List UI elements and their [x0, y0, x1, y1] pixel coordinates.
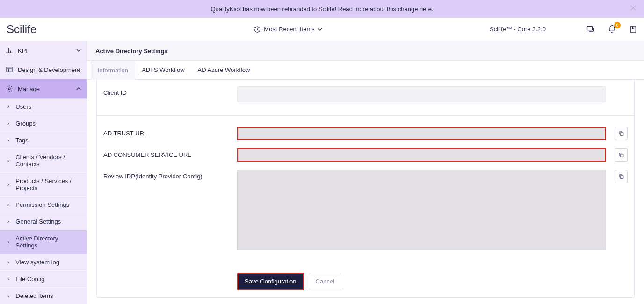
chevron-down-icon [318, 27, 322, 32]
sidebar-sub-clients[interactable]: ›Clients / Vendors / Contacts [0, 149, 87, 173]
chevron-right-icon: › [7, 293, 9, 298]
sidebar: KPI Design & Development Manage ›Users [0, 41, 87, 304]
svg-rect-2 [7, 67, 12, 72]
ad-trust-url-input[interactable] [237, 127, 606, 140]
svg-rect-5 [620, 154, 623, 157]
svg-rect-1 [631, 26, 636, 33]
sidebar-item-label: Deleted Items [15, 292, 53, 299]
sidebar-sub-general[interactable]: ›General Settings [0, 213, 87, 230]
main-content: Active Directory Settings Information AD… [87, 41, 644, 304]
client-id-label: Client ID [103, 86, 237, 96]
sidebar-item-label: Users [15, 103, 31, 110]
chevron-right-icon: › [7, 104, 9, 109]
svg-rect-6 [620, 176, 623, 179]
gear-icon [6, 85, 13, 92]
notification-badge: 0 [614, 22, 621, 28]
sidebar-sub-deleted[interactable]: ›Deleted Items [0, 288, 87, 304]
sidebar-sub-products[interactable]: ›Products / Services / Projects [0, 173, 87, 197]
bookmark-icon[interactable] [629, 25, 637, 34]
chevron-right-icon: › [7, 219, 9, 224]
chevron-right-icon: › [7, 276, 9, 282]
sidebar-sub-users[interactable]: ›Users [0, 99, 87, 115]
chevron-up-icon [76, 86, 81, 91]
sidebar-item-label: Tags [15, 137, 28, 144]
review-idp-textarea[interactable] [237, 170, 606, 250]
sidebar-item-label: Active Directory Settings [15, 235, 81, 249]
sidebar-sub-file-config[interactable]: ›File Config [0, 271, 87, 288]
svg-rect-0 [587, 26, 593, 30]
chart-icon [6, 47, 13, 54]
topbar: Scilife Most Recent Items Scilife™ - Cor… [0, 18, 644, 41]
rebrand-banner: QualityKick has now been rebranded to Sc… [0, 0, 644, 18]
sidebar-sub-tags[interactable]: ›Tags [0, 132, 87, 149]
chevron-down-icon [76, 48, 81, 53]
form-actions: Save Configuration Cancel [231, 271, 634, 297]
layout-icon [6, 66, 13, 73]
chevron-right-icon: › [7, 260, 9, 265]
sidebar-item-design-development[interactable]: Design & Development [0, 60, 87, 79]
sidebar-item-label: File Config [15, 276, 44, 283]
tab-information[interactable]: Information [91, 61, 135, 80]
sidebar-item-label: View system log [15, 259, 59, 266]
close-icon[interactable] [630, 5, 637, 11]
sidebar-sub-active-directory[interactable]: ›Active Directory Settings [0, 230, 87, 254]
sidebar-item-manage[interactable]: Manage [0, 79, 87, 99]
row-ad-consumer-url: AD CONSUMER SERVICE URL [97, 147, 634, 168]
chevron-right-icon: › [7, 202, 9, 207]
feedback-icon[interactable] [586, 25, 595, 34]
sidebar-item-label: General Settings [15, 218, 61, 225]
sidebar-item-label: Clients / Vendors / Contacts [15, 154, 81, 168]
sidebar-sub-system-log[interactable]: ›View system log [0, 254, 87, 271]
ad-consumer-url-input[interactable] [237, 148, 606, 162]
chevron-right-icon: › [7, 138, 9, 143]
recent-items-label: Most Recent Items [264, 26, 314, 33]
chevron-down-icon [76, 67, 81, 72]
form-panel: Client ID AD TRUST URL [96, 80, 635, 298]
sidebar-item-label: KPI [18, 47, 28, 54]
sidebar-item-label: Groups [15, 120, 36, 127]
ad-trust-url-label: AD TRUST URL [103, 127, 237, 137]
copy-button[interactable] [615, 170, 628, 183]
svg-rect-4 [620, 133, 623, 136]
chevron-right-icon: › [7, 240, 9, 245]
sidebar-sub-groups[interactable]: ›Groups [0, 115, 87, 132]
review-idp-label: Review IDP(Identity Provider Config) [103, 170, 237, 180]
save-button[interactable]: Save Configuration [237, 273, 304, 290]
notifications-icon[interactable]: 0 [608, 25, 617, 34]
logo: Scilife [7, 23, 86, 36]
sidebar-sub-permission[interactable]: ›Permission Settings [0, 197, 87, 213]
page-title: Active Directory Settings [87, 41, 644, 61]
sidebar-item-label: Design & Development [18, 66, 80, 73]
recent-items-dropdown[interactable]: Most Recent Items [253, 26, 322, 33]
tab-adfs-workflow[interactable]: ADFS Workflow [135, 61, 191, 79]
history-icon [253, 26, 261, 33]
version-label: Scilife™ - Core 3.2.0 [490, 26, 546, 33]
copy-button[interactable] [615, 127, 628, 140]
sidebar-item-label: Products / Services / Projects [15, 177, 81, 191]
chevron-right-icon: › [7, 121, 9, 126]
svg-point-3 [8, 88, 10, 90]
chevron-right-icon: › [7, 182, 9, 187]
sidebar-item-label: Permission Settings [15, 201, 69, 208]
chevron-right-icon: › [7, 158, 9, 163]
ad-consumer-url-label: AD CONSUMER SERVICE URL [103, 148, 237, 158]
banner-text: QualityKick has now been rebranded to Sc… [210, 6, 338, 13]
row-ad-trust-url: AD TRUST URL [97, 120, 634, 147]
row-review-idp: Review IDP(Identity Provider Config) [97, 168, 634, 257]
sidebar-item-label: Manage [18, 85, 40, 92]
client-id-input[interactable] [237, 86, 606, 102]
cancel-button[interactable]: Cancel [309, 273, 341, 290]
tabs: Information ADFS Workflow AD Azure Workf… [87, 61, 644, 80]
banner-link[interactable]: Read more about this change here. [338, 6, 434, 13]
row-client-id: Client ID [97, 80, 634, 116]
copy-button[interactable] [615, 148, 628, 162]
tab-ad-azure-workflow[interactable]: AD Azure Workflow [191, 61, 257, 79]
sidebar-item-kpi[interactable]: KPI [0, 41, 87, 60]
